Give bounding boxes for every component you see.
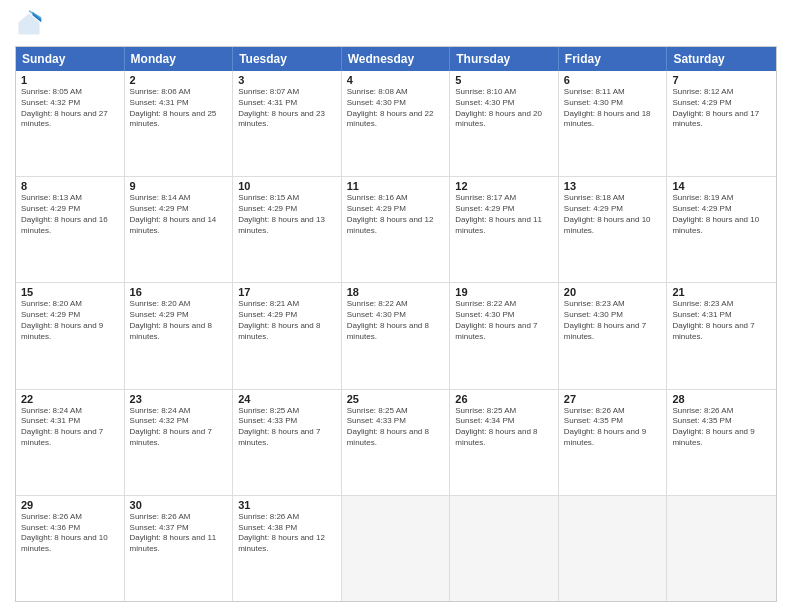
cell-info: Sunrise: 8:25 AMSunset: 4:34 PMDaylight:… xyxy=(455,406,553,449)
logo-icon xyxy=(15,10,43,38)
day-cell-13: 13Sunrise: 8:18 AMSunset: 4:29 PMDayligh… xyxy=(559,177,668,282)
empty-cell xyxy=(342,496,451,601)
day-number: 8 xyxy=(21,180,119,192)
day-cell-24: 24Sunrise: 8:25 AMSunset: 4:33 PMDayligh… xyxy=(233,390,342,495)
cell-info: Sunrise: 8:08 AMSunset: 4:30 PMDaylight:… xyxy=(347,87,445,130)
calendar-row-5: 29Sunrise: 8:26 AMSunset: 4:36 PMDayligh… xyxy=(16,495,776,601)
day-cell-4: 4Sunrise: 8:08 AMSunset: 4:30 PMDaylight… xyxy=(342,71,451,176)
cell-info: Sunrise: 8:26 AMSunset: 4:37 PMDaylight:… xyxy=(130,512,228,555)
header xyxy=(15,10,777,38)
day-number: 31 xyxy=(238,499,336,511)
cell-info: Sunrise: 8:22 AMSunset: 4:30 PMDaylight:… xyxy=(347,299,445,342)
day-cell-23: 23Sunrise: 8:24 AMSunset: 4:32 PMDayligh… xyxy=(125,390,234,495)
day-cell-30: 30Sunrise: 8:26 AMSunset: 4:37 PMDayligh… xyxy=(125,496,234,601)
day-number: 10 xyxy=(238,180,336,192)
day-cell-22: 22Sunrise: 8:24 AMSunset: 4:31 PMDayligh… xyxy=(16,390,125,495)
day-number: 6 xyxy=(564,74,662,86)
day-cell-31: 31Sunrise: 8:26 AMSunset: 4:38 PMDayligh… xyxy=(233,496,342,601)
cell-info: Sunrise: 8:16 AMSunset: 4:29 PMDaylight:… xyxy=(347,193,445,236)
day-number: 2 xyxy=(130,74,228,86)
cell-info: Sunrise: 8:06 AMSunset: 4:31 PMDaylight:… xyxy=(130,87,228,130)
cell-info: Sunrise: 8:21 AMSunset: 4:29 PMDaylight:… xyxy=(238,299,336,342)
cell-info: Sunrise: 8:24 AMSunset: 4:31 PMDaylight:… xyxy=(21,406,119,449)
cell-info: Sunrise: 8:26 AMSunset: 4:38 PMDaylight:… xyxy=(238,512,336,555)
weekday-header-monday: Monday xyxy=(125,47,234,71)
cell-info: Sunrise: 8:23 AMSunset: 4:31 PMDaylight:… xyxy=(672,299,771,342)
cell-info: Sunrise: 8:13 AMSunset: 4:29 PMDaylight:… xyxy=(21,193,119,236)
page: SundayMondayTuesdayWednesdayThursdayFrid… xyxy=(0,0,792,612)
weekday-header-tuesday: Tuesday xyxy=(233,47,342,71)
cell-info: Sunrise: 8:25 AMSunset: 4:33 PMDaylight:… xyxy=(238,406,336,449)
day-number: 15 xyxy=(21,286,119,298)
cell-info: Sunrise: 8:22 AMSunset: 4:30 PMDaylight:… xyxy=(455,299,553,342)
cell-info: Sunrise: 8:26 AMSunset: 4:36 PMDaylight:… xyxy=(21,512,119,555)
day-number: 22 xyxy=(21,393,119,405)
day-number: 26 xyxy=(455,393,553,405)
cell-info: Sunrise: 8:15 AMSunset: 4:29 PMDaylight:… xyxy=(238,193,336,236)
day-number: 5 xyxy=(455,74,553,86)
day-cell-1: 1Sunrise: 8:05 AMSunset: 4:32 PMDaylight… xyxy=(16,71,125,176)
day-cell-26: 26Sunrise: 8:25 AMSunset: 4:34 PMDayligh… xyxy=(450,390,559,495)
day-cell-3: 3Sunrise: 8:07 AMSunset: 4:31 PMDaylight… xyxy=(233,71,342,176)
day-number: 30 xyxy=(130,499,228,511)
logo xyxy=(15,10,47,38)
day-cell-8: 8Sunrise: 8:13 AMSunset: 4:29 PMDaylight… xyxy=(16,177,125,282)
day-number: 28 xyxy=(672,393,771,405)
calendar-row-4: 22Sunrise: 8:24 AMSunset: 4:31 PMDayligh… xyxy=(16,389,776,495)
day-cell-12: 12Sunrise: 8:17 AMSunset: 4:29 PMDayligh… xyxy=(450,177,559,282)
day-number: 3 xyxy=(238,74,336,86)
day-cell-17: 17Sunrise: 8:21 AMSunset: 4:29 PMDayligh… xyxy=(233,283,342,388)
day-cell-28: 28Sunrise: 8:26 AMSunset: 4:35 PMDayligh… xyxy=(667,390,776,495)
cell-info: Sunrise: 8:05 AMSunset: 4:32 PMDaylight:… xyxy=(21,87,119,130)
day-cell-2: 2Sunrise: 8:06 AMSunset: 4:31 PMDaylight… xyxy=(125,71,234,176)
day-cell-14: 14Sunrise: 8:19 AMSunset: 4:29 PMDayligh… xyxy=(667,177,776,282)
day-cell-9: 9Sunrise: 8:14 AMSunset: 4:29 PMDaylight… xyxy=(125,177,234,282)
day-cell-25: 25Sunrise: 8:25 AMSunset: 4:33 PMDayligh… xyxy=(342,390,451,495)
cell-info: Sunrise: 8:25 AMSunset: 4:33 PMDaylight:… xyxy=(347,406,445,449)
day-cell-29: 29Sunrise: 8:26 AMSunset: 4:36 PMDayligh… xyxy=(16,496,125,601)
weekday-header-thursday: Thursday xyxy=(450,47,559,71)
weekday-header-saturday: Saturday xyxy=(667,47,776,71)
cell-info: Sunrise: 8:17 AMSunset: 4:29 PMDaylight:… xyxy=(455,193,553,236)
cell-info: Sunrise: 8:23 AMSunset: 4:30 PMDaylight:… xyxy=(564,299,662,342)
day-number: 16 xyxy=(130,286,228,298)
day-cell-27: 27Sunrise: 8:26 AMSunset: 4:35 PMDayligh… xyxy=(559,390,668,495)
cell-info: Sunrise: 8:14 AMSunset: 4:29 PMDaylight:… xyxy=(130,193,228,236)
day-cell-16: 16Sunrise: 8:20 AMSunset: 4:29 PMDayligh… xyxy=(125,283,234,388)
weekday-header-friday: Friday xyxy=(559,47,668,71)
day-cell-18: 18Sunrise: 8:22 AMSunset: 4:30 PMDayligh… xyxy=(342,283,451,388)
day-number: 17 xyxy=(238,286,336,298)
day-cell-15: 15Sunrise: 8:20 AMSunset: 4:29 PMDayligh… xyxy=(16,283,125,388)
day-cell-6: 6Sunrise: 8:11 AMSunset: 4:30 PMDaylight… xyxy=(559,71,668,176)
day-number: 25 xyxy=(347,393,445,405)
cell-info: Sunrise: 8:18 AMSunset: 4:29 PMDaylight:… xyxy=(564,193,662,236)
day-cell-20: 20Sunrise: 8:23 AMSunset: 4:30 PMDayligh… xyxy=(559,283,668,388)
day-number: 1 xyxy=(21,74,119,86)
calendar: SundayMondayTuesdayWednesdayThursdayFrid… xyxy=(15,46,777,602)
cell-info: Sunrise: 8:26 AMSunset: 4:35 PMDaylight:… xyxy=(564,406,662,449)
cell-info: Sunrise: 8:10 AMSunset: 4:30 PMDaylight:… xyxy=(455,87,553,130)
calendar-row-2: 8Sunrise: 8:13 AMSunset: 4:29 PMDaylight… xyxy=(16,176,776,282)
day-number: 7 xyxy=(672,74,771,86)
day-number: 21 xyxy=(672,286,771,298)
day-cell-7: 7Sunrise: 8:12 AMSunset: 4:29 PMDaylight… xyxy=(667,71,776,176)
day-number: 4 xyxy=(347,74,445,86)
calendar-row-1: 1Sunrise: 8:05 AMSunset: 4:32 PMDaylight… xyxy=(16,71,776,176)
day-number: 19 xyxy=(455,286,553,298)
weekday-header-wednesday: Wednesday xyxy=(342,47,451,71)
cell-info: Sunrise: 8:11 AMSunset: 4:30 PMDaylight:… xyxy=(564,87,662,130)
day-number: 27 xyxy=(564,393,662,405)
calendar-row-3: 15Sunrise: 8:20 AMSunset: 4:29 PMDayligh… xyxy=(16,282,776,388)
day-cell-11: 11Sunrise: 8:16 AMSunset: 4:29 PMDayligh… xyxy=(342,177,451,282)
day-number: 14 xyxy=(672,180,771,192)
cell-info: Sunrise: 8:26 AMSunset: 4:35 PMDaylight:… xyxy=(672,406,771,449)
cell-info: Sunrise: 8:19 AMSunset: 4:29 PMDaylight:… xyxy=(672,193,771,236)
day-number: 29 xyxy=(21,499,119,511)
day-cell-10: 10Sunrise: 8:15 AMSunset: 4:29 PMDayligh… xyxy=(233,177,342,282)
day-cell-21: 21Sunrise: 8:23 AMSunset: 4:31 PMDayligh… xyxy=(667,283,776,388)
weekday-header-sunday: Sunday xyxy=(16,47,125,71)
day-cell-5: 5Sunrise: 8:10 AMSunset: 4:30 PMDaylight… xyxy=(450,71,559,176)
cell-info: Sunrise: 8:20 AMSunset: 4:29 PMDaylight:… xyxy=(21,299,119,342)
day-number: 24 xyxy=(238,393,336,405)
day-number: 18 xyxy=(347,286,445,298)
